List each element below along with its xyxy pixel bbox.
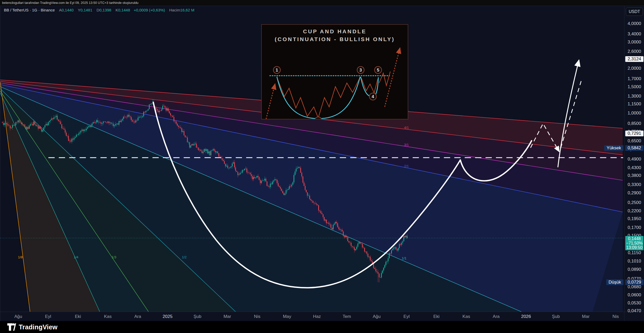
- price-tick: 1,3000: [624, 94, 644, 99]
- time-label: Eyl: [45, 314, 51, 319]
- price-tick: 0,2900: [624, 190, 644, 196]
- price-tick: 0,2500: [624, 200, 644, 205]
- price-tick: 0,0600: [624, 292, 644, 298]
- time-label: Ağu: [14, 314, 22, 319]
- time-label: Nis: [254, 314, 260, 319]
- price-tick: 3,4000: [624, 31, 644, 37]
- high-price-badge: 0,5842: [625, 145, 643, 151]
- time-label: Eki: [75, 314, 81, 319]
- inset-breakout-arrow: [385, 48, 400, 106]
- price-tick: 0,4300: [624, 165, 644, 170]
- price-tick: 0,3300: [624, 182, 644, 187]
- high-value: 0,1481: [80, 8, 92, 12]
- tradingview-wordmark: TradingView: [19, 323, 58, 331]
- time-label: Eki: [433, 314, 439, 319]
- inset-zigzag-cup: [277, 77, 360, 118]
- time-label: Ara: [493, 314, 500, 319]
- inset-zigzag-handle: [361, 78, 378, 93]
- time-label: Mar: [582, 314, 590, 319]
- time-label: Kas: [462, 314, 470, 319]
- gann-label-1-3: 1/3: [112, 255, 116, 259]
- close-label: K: [116, 8, 118, 12]
- high-label: Y: [78, 8, 80, 12]
- low-price-badge: 0,0729: [625, 279, 643, 285]
- time-label: Eyl: [404, 314, 410, 319]
- price-badge-white: 0,7291: [625, 131, 643, 136]
- price-badge-white: 2,3124: [625, 56, 643, 62]
- low-label: D: [97, 8, 99, 12]
- gann-label-1-8: 1/8: [18, 255, 23, 259]
- gann-label-2-1: 2/1: [404, 164, 409, 168]
- gann-label-4-1: 4/1: [404, 126, 409, 130]
- symbol-title[interactable]: BB / TetherUS · 1G · Binance: [4, 8, 55, 12]
- time-label: May: [283, 314, 291, 319]
- last-price-badge: 0,1448−71,50%13:09:50: [625, 236, 643, 250]
- price-tick: 1,7000: [624, 76, 644, 81]
- footer-strip: TradingView: [0, 321, 644, 333]
- inset-entry-arrow: [265, 84, 275, 119]
- price-tick: 1,0000: [624, 111, 644, 116]
- price-tick: 0,2200: [624, 208, 644, 214]
- price-tick: 0,0470: [624, 308, 644, 313]
- price-tick: 0,4900: [624, 157, 644, 162]
- close-value: 0,1448: [118, 8, 130, 12]
- gann-label-1-1: 1/1: [402, 256, 406, 260]
- volume-label: Hacim: [169, 8, 180, 12]
- price-tick: 0,0530: [624, 300, 644, 306]
- price-tick: 1,5000: [624, 84, 644, 89]
- price-tick: 0,1010: [624, 259, 644, 264]
- inset-point-number-4: 4: [372, 94, 374, 99]
- inset-cup-curve: [277, 77, 360, 119]
- tradingview-screenshot: { "export_bar": {"text": "belencilogulla…: [0, 0, 644, 333]
- inset-diagram: 13542: [262, 25, 408, 119]
- low-value: 0,1398: [99, 8, 111, 12]
- time-label: Ara: [134, 314, 141, 319]
- tradingview-logo[interactable]: TradingView: [7, 323, 58, 331]
- price-tick: 0,1150: [624, 250, 644, 255]
- high-price-floating-label: Yüksek: [604, 145, 623, 151]
- gann-label-3-1: 3/1: [404, 143, 409, 147]
- inset-point-number-3: 3: [359, 68, 362, 73]
- time-label: Tem: [343, 314, 351, 319]
- low-price-floating-label: Düşük: [606, 279, 623, 285]
- price-tick: 1,1500: [624, 101, 644, 107]
- change-value: +0,0009 (+0,63%): [134, 8, 165, 12]
- open-value: 0,1440: [62, 8, 74, 12]
- inset-point-number-1: 1: [276, 68, 278, 73]
- inset-point-number-5: 5: [377, 68, 379, 73]
- price-tick: 0,1700: [624, 225, 644, 230]
- price-axis[interactable]: 4,00003,40003,00002,60002,00001,70001,50…: [624, 6, 644, 312]
- cup-and-handle-inset-image[interactable]: CUP AND HANDLE (CONTINUATION - BULLISH O…: [261, 24, 408, 119]
- time-label: Ağu: [373, 314, 380, 319]
- time-label: Şub: [552, 314, 560, 319]
- time-label: Şub: [194, 314, 201, 319]
- price-tick: 0,1950: [624, 216, 644, 221]
- chart-window: 1/81/41/31/21/18/14/13/12/1 BB / TetherU…: [0, 6, 644, 321]
- time-label: Kas: [104, 314, 112, 319]
- time-axis[interactable]: AğuEylEkiKasAra2025ŞubMarNisMayHazTemAğu…: [0, 312, 624, 321]
- price-tick: 0,8500: [624, 121, 644, 126]
- price-tick: 0,0890: [624, 267, 644, 272]
- price-tick: 0,3800: [624, 173, 644, 178]
- export-attribution-bar: belencilogullari tarafından TradingView.…: [0, 0, 644, 6]
- price-tick: 2,6000: [624, 49, 644, 54]
- time-label: Haz: [313, 314, 321, 319]
- open-label: A: [59, 8, 62, 12]
- price-tick: 4,0000: [624, 21, 644, 26]
- symbol-info-bar[interactable]: BB / TetherUS · 1G · Binance A0,1440 Y0,…: [4, 8, 194, 13]
- inset-point-number-2: 2: [317, 118, 319, 119]
- volume-value: 16,62 M: [180, 8, 194, 12]
- tradingview-logo-icon: [7, 323, 16, 331]
- currency-toggle-button[interactable]: USDT: [626, 8, 643, 16]
- time-label: Nis: [613, 314, 619, 319]
- inset-zigzag-breakout: [379, 72, 390, 86]
- time-label: Mar: [224, 314, 231, 319]
- gann-label-1-2: 1/2: [182, 255, 187, 259]
- time-label: 2026: [521, 314, 531, 319]
- price-tick: 0,6500: [624, 138, 644, 144]
- time-label: 2025: [163, 314, 173, 319]
- gann-label-1-4: 1/4: [74, 255, 78, 259]
- export-attribution-text: belencilogullari tarafından TradingView.…: [2, 1, 138, 5]
- price-tick: 2,0000: [624, 66, 644, 71]
- price-tick: 3,0000: [624, 40, 644, 45]
